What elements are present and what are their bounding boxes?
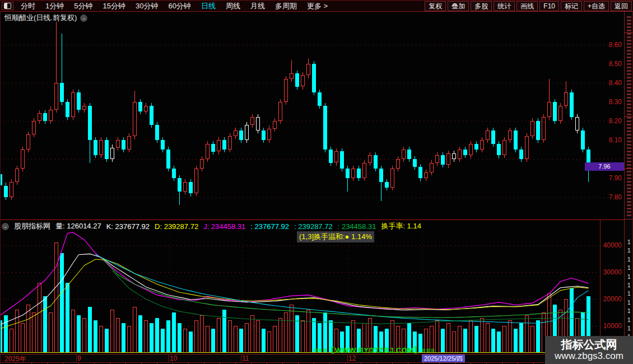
toolbar-button-7[interactable]: 标记: [561, 1, 582, 11]
toolbar-item-3[interactable]: 5分钟: [69, 1, 97, 11]
price-axis-label: 8.50: [597, 60, 622, 68]
volume-bar: [278, 318, 282, 353]
toolbar-item-9[interactable]: 月线: [245, 1, 270, 11]
toolbar-button-8[interactable]: +自选: [584, 1, 609, 11]
date-highlight: 2025/12/25/四: [422, 354, 465, 362]
volume-bar: [486, 323, 490, 353]
toolbar-button-9[interactable]: 返回: [611, 1, 632, 11]
volume-bar: [116, 318, 120, 353]
volume-bar: [38, 283, 41, 353]
volume-bar: [88, 307, 92, 353]
watermark-line2: www.zbgs3.com: [555, 351, 623, 362]
volume-bar: [435, 320, 439, 353]
toolbar-right: 复权叠加多股统计画线F10标记+自选返回: [423, 1, 633, 11]
volume-bar: [200, 315, 204, 353]
volume-bar: [178, 323, 181, 353]
toolbar-button-3[interactable]: 多股: [471, 1, 492, 11]
price-axis-label: 8.20: [597, 117, 622, 125]
volume-bar: [15, 310, 19, 353]
volume-bar: [480, 318, 484, 353]
green-watermark: ≡≡≡【WWW.BYDTZRJ.COM】≡≡≡: [314, 346, 435, 356]
volume-axis-label: 30000: [597, 268, 622, 276]
volume-bar: [217, 318, 221, 353]
last-price-badge: 7.96: [585, 162, 624, 171]
volume-bar: [228, 320, 232, 353]
indicator-header: ⌄ 股朋指标网 量: 126014.27K: 237677.92D: 23928…: [2, 221, 421, 231]
volume-bar: [273, 326, 277, 353]
toolbar-button-5[interactable]: 画线: [516, 1, 538, 11]
volume-bar: [301, 320, 305, 353]
volume-bar: [194, 320, 198, 353]
date-axis[interactable]: [0, 354, 623, 363]
volume-bar: [469, 320, 473, 353]
date-tick-label: 9: [77, 354, 81, 362]
toolbar-item-10[interactable]: 多周期: [270, 1, 302, 11]
watermark-line1: 指标公式网: [561, 338, 617, 351]
volume-bar: [234, 326, 238, 353]
volume-bar: [239, 329, 243, 353]
volume-bar: [77, 315, 81, 353]
volume-bar: [94, 320, 97, 353]
volume-bar: [508, 320, 512, 353]
volume-bar: [127, 326, 131, 353]
toolbar-button-2[interactable]: 叠加: [448, 1, 469, 11]
price-axis-label: 7.90: [597, 174, 622, 182]
volume-bar: [60, 253, 64, 353]
price-axis-label: 8.40: [597, 79, 622, 87]
toolbar-button-6[interactable]: F10: [539, 1, 559, 11]
toolbar-item-4[interactable]: 15分钟: [97, 1, 130, 11]
volume-bar: [110, 310, 114, 353]
toolbar-item-2[interactable]: 1分钟: [40, 1, 69, 11]
toolbar-item-7[interactable]: 日线: [196, 1, 221, 11]
panel-divider[interactable]: [0, 220, 633, 220]
indicator-value-8: 换手率: 1.14: [381, 221, 421, 231]
volume-bar: [452, 332, 456, 353]
volume-bar: [150, 323, 153, 353]
volume-bar: [155, 318, 159, 353]
volume-bar: [530, 326, 534, 353]
volume-bar: [262, 329, 266, 353]
left-border: [0, 12, 1, 364]
volume-bar: [26, 305, 30, 353]
volume-bar: [250, 315, 254, 353]
toolbar-item-8[interactable]: 周线: [221, 1, 245, 11]
lower-panel-right-border: [600, 220, 601, 354]
volume-bar: [43, 296, 47, 353]
volume-bar: [49, 312, 53, 353]
price-axis-label: 8.30: [597, 98, 622, 106]
volume-axis-label: 20000: [597, 295, 622, 303]
indicator-value-2: K: 237677.92: [106, 222, 150, 231]
indicator-name: 股朋指标网: [14, 221, 50, 231]
watermark-box: 指标公式网 www.zbgs3.com: [545, 336, 633, 364]
indicator-value-4: J: 234458.31: [203, 222, 245, 231]
baseline: [0, 352, 600, 353]
volume-bar: [290, 305, 294, 353]
volume-bar: [138, 315, 142, 353]
toolbar-item-11[interactable]: 更多 >: [302, 1, 333, 11]
volume-bar: [172, 312, 176, 353]
volume-bar: [133, 307, 137, 353]
volume-bar: [122, 323, 125, 353]
indicator-value-3: D: 239287.72: [155, 222, 198, 231]
indicator-signal-text: (1,3]换手温和:● 1.14%: [297, 231, 374, 242]
volume-bar: [82, 318, 86, 353]
chevron-down-icon[interactable]: ⌄: [80, 15, 87, 22]
volume-bar: [514, 329, 518, 353]
indicator-value-6: : 239287.72: [294, 222, 333, 231]
volume-bar: [21, 323, 25, 353]
layout-icon[interactable]: [2, 2, 13, 10]
toolbar-button-4[interactable]: 统计: [494, 1, 515, 11]
toolbar-item-5[interactable]: 30分钟: [131, 1, 163, 11]
vertical-text-texture: [627, 16, 631, 218]
volume-bar: [54, 242, 58, 353]
volume-indicator-chart[interactable]: [0, 0, 623, 364]
toolbar-button-1[interactable]: 复权: [425, 1, 446, 11]
volume-bar: [183, 329, 187, 353]
toolbar-item-6[interactable]: 60分钟: [163, 1, 196, 11]
toolbar-item-1[interactable]: 分时: [16, 1, 40, 11]
price-axis-label: 8.10: [597, 136, 622, 144]
date-tick-line: [169, 354, 169, 363]
volume-bar: [458, 326, 462, 353]
chevron-down-icon[interactable]: ⌄: [2, 223, 9, 230]
volume-bar: [66, 283, 69, 353]
